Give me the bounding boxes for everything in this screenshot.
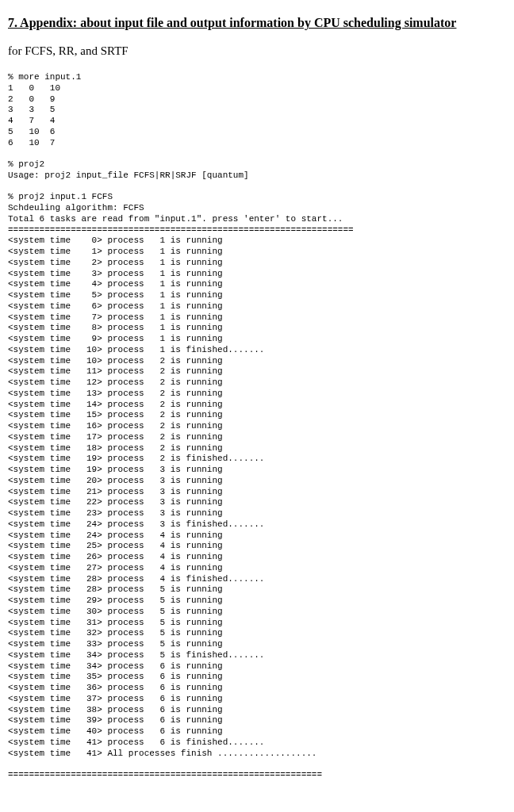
subhead: for FCFS, RR, and SRTF	[8, 44, 506, 58]
appendix-title: 7. Appendix: about input file and output…	[8, 16, 506, 30]
terminal-output: % more input.1 1 0 10 2 0 9 3 3 5 4 7 4 …	[8, 72, 506, 781]
